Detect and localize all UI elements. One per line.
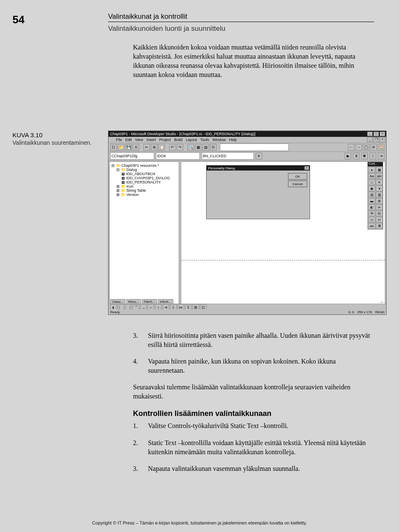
list-text: Valitse Controls-työkaluriviltä Static T… — [148, 421, 374, 431]
close-button[interactable]: × — [379, 131, 385, 136]
wizard-icon[interactable]: ✶ — [256, 153, 262, 159]
id-combo[interactable]: IDOK — [156, 152, 200, 160]
list-item: 4. Vapauta hiiren painike, kun ikkuna on… — [133, 357, 374, 375]
search-combo[interactable] — [220, 144, 289, 151]
tree-item-about[interactable]: ▦ IDD_ABOUTBOX — [111, 172, 177, 176]
palette-edit-icon[interactable]: abl — [376, 173, 383, 179]
debug-break-icon[interactable]: ⏸ — [353, 153, 360, 159]
palette-static-text-icon[interactable]: Aa — [368, 173, 375, 179]
resource-tree[interactable]: ⊟ 📁 Chap03P1 resources * ⊟ 📁 Dialog ▦ ID… — [109, 161, 179, 305]
paste-icon[interactable]: 📋 — [158, 144, 165, 151]
stop-icon[interactable]: ◯ — [363, 144, 369, 151]
palette-vscroll-icon[interactable]: ▬ — [368, 198, 375, 204]
copyright-footer: Copyright © IT Press – Tämän e-kirjan ko… — [0, 520, 399, 525]
palette-list-icon[interactable]: ⊟ — [376, 210, 383, 216]
maximize-button[interactable]: □ — [373, 131, 379, 136]
status-text: Ready — [110, 310, 120, 314]
palette-pointer-icon[interactable]: ▸ — [368, 167, 375, 173]
status-size: 259 x 178 — [357, 310, 372, 314]
status-cursor: 0, 0 — [348, 310, 354, 314]
list-text: Static Text –kontrollilla voidaan käyttä… — [148, 438, 374, 457]
tool-icon[interactable]: ▦ — [195, 144, 202, 151]
tree-stringtable-folder[interactable]: ⊞ 📁 String Table — [111, 188, 177, 193]
menu-bar: File Edit View Insert Project Build Layo… — [108, 137, 386, 143]
list-text: Napauta valintaikkunan vasemman yläkulma… — [148, 464, 374, 473]
palette-groupbox-icon[interactable]: □ — [368, 179, 375, 185]
dialog-editor-canvas[interactable]: Personality Dialog × OK Cancel ↔ Cont...… — [181, 161, 385, 305]
message-combo[interactable]: BN_CLICKED — [202, 152, 254, 160]
menu-build[interactable]: Build — [174, 138, 182, 142]
redo-icon[interactable]: ↷ — [177, 144, 183, 151]
home-icon[interactable]: 🏠 — [378, 144, 384, 151]
undo-icon[interactable]: ↶ — [169, 144, 176, 151]
palette-radio-icon[interactable]: ◉ — [368, 186, 375, 191]
menu-view[interactable]: View — [135, 138, 143, 142]
minimize-button[interactable]: _ — [367, 131, 373, 136]
tree-version-folder[interactable]: ⊞ 📁 Version — [111, 193, 177, 197]
personality-dialog[interactable]: Personality Dialog × OK Cancel — [206, 165, 310, 219]
find-icon[interactable]: 🔍 — [187, 144, 194, 151]
list-item: 2. Static Text –kontrollilla voidaan käy… — [133, 438, 374, 457]
menu-layout[interactable]: Layout — [186, 138, 197, 142]
palette-slider-icon[interactable]: ⇔ — [376, 204, 383, 210]
debug-go-icon[interactable]: ▶ — [345, 153, 351, 159]
menu-insert[interactable]: Insert — [146, 138, 156, 142]
palette-tree-icon[interactable]: ▭ — [368, 217, 375, 223]
nav-back-icon[interactable]: ← — [348, 144, 355, 151]
tree-root[interactable]: ⊟ 📁 Chap03P1 resources * — [111, 163, 177, 168]
tree-dialog-folder[interactable]: ⊟ 📁 Dialog — [111, 168, 177, 172]
list-number: 3. — [133, 331, 140, 349]
menu-project[interactable]: Project — [159, 138, 171, 142]
save-icon[interactable]: 💾 — [125, 144, 132, 151]
doc-minimize-button[interactable]: _ — [367, 137, 373, 142]
subtitle-text: Valintaikkunoiden luonti ja suunnittelu — [108, 25, 374, 33]
save-all-icon[interactable]: ⎘ — [133, 144, 139, 151]
tree-item-personality[interactable]: ▦ IDD_PERSONALITY — [111, 180, 177, 184]
palette-checkbox-icon[interactable]: ✕ — [376, 179, 383, 185]
palette-hscroll-icon[interactable]: ▥ — [376, 192, 383, 198]
palette-picture-icon[interactable]: ▦ — [376, 167, 383, 173]
tree-icon-folder[interactable]: ⊞ 📁 Icon — [111, 184, 177, 188]
copy-icon[interactable]: ⧉ — [151, 144, 158, 151]
menu-tools[interactable]: Tools — [200, 138, 209, 142]
figure-caption-sub: Valintaikkunan suurentaminen. — [12, 139, 96, 146]
ok-button[interactable]: OK — [288, 173, 307, 180]
cancel-button[interactable]: Cancel — [288, 181, 307, 187]
new-file-icon[interactable]: 🗋 — [110, 144, 117, 151]
palette-progress-icon[interactable]: ◐ — [368, 204, 375, 210]
menu-file[interactable]: File — [116, 138, 122, 142]
debug-stop-icon[interactable]: ✖ — [361, 153, 368, 159]
menu-edit[interactable]: Edit — [126, 138, 132, 142]
menu-window[interactable]: Window — [212, 138, 226, 142]
menu-help[interactable]: Help — [229, 138, 237, 142]
screenshot-figure: Chap03P1 - Microsoft Developer Studio - … — [108, 131, 387, 315]
refresh-icon[interactable]: ⟳ — [370, 144, 377, 151]
app-titlebar: Chap03P1 - Microsoft Developer Studio - … — [108, 131, 386, 137]
resize-outline — [181, 260, 385, 260]
tool-icon3[interactable]: ℍ — [210, 144, 217, 151]
tree-item-main[interactable]: ▦ IDD_CHAP03P1_DIALOG — [111, 176, 177, 180]
list-item: 1. Valitse Controls-työkaluriviltä Stati… — [133, 421, 374, 431]
list-number: 4. — [133, 357, 140, 375]
palette-tab-icon[interactable]: H — [376, 217, 383, 223]
palette-animate-icon[interactable]: ab — [368, 223, 375, 229]
tool-icon2[interactable]: ▤ — [202, 144, 209, 151]
doc-close-button[interactable]: × — [379, 137, 385, 142]
cut-icon[interactable]: ✂ — [143, 144, 150, 151]
figure-caption-title: KUVA 3.10 — [12, 131, 96, 139]
class-combo[interactable]: CChap03P1Dlg — [110, 152, 154, 160]
palette-spin-icon[interactable]: ⊞ — [376, 198, 383, 204]
nav-fwd-icon[interactable]: → — [355, 144, 362, 151]
palette-combo-icon[interactable]: ▾ — [376, 186, 383, 191]
palette-hotkey-icon[interactable]: ⧉ — [368, 210, 375, 216]
debug-step-icon[interactable]: ! — [369, 153, 376, 159]
palette-custom-icon[interactable]: ⌘ — [376, 223, 383, 229]
mid-paragraph: Seuraavaksi tulemme lisäämään valintaikk… — [133, 383, 374, 401]
dialog-close-icon[interactable]: × — [304, 166, 309, 170]
debug-out-icon[interactable]: ⇥ — [378, 153, 384, 159]
controls-palette[interactable]: Cont... ▸ ▦ Aa abl □ ✕ ◉ ▾ ▤ ▥ ▬ ⊞ — [367, 162, 383, 230]
doc-restore-button[interactable]: ❐ — [373, 137, 379, 142]
palette-listbox-icon[interactable]: ▤ — [368, 192, 375, 198]
open-file-icon[interactable]: 📂 — [118, 144, 124, 151]
dialog-titlebar: Personality Dialog × — [207, 166, 310, 171]
